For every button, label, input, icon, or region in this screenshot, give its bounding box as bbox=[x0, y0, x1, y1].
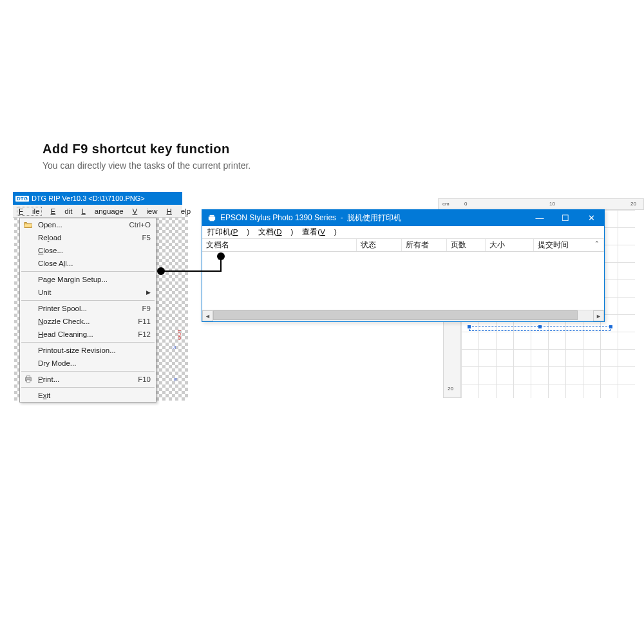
menu-item-open[interactable]: Open...Ctrl+O bbox=[20, 218, 156, 231]
selection-handle[interactable] bbox=[538, 325, 542, 328]
queue-menu-view[interactable]: 查看(V) bbox=[302, 227, 336, 237]
menu-separator bbox=[21, 271, 155, 272]
printer-queue-window: EPSON Stylus Photo 1390 Series - 脱机使用打印机… bbox=[202, 209, 605, 322]
svg-rect-5 bbox=[210, 218, 214, 220]
queue-titlebar[interactable]: EPSON Stylus Photo 1390 Series - 脱机使用打印机… bbox=[202, 210, 604, 226]
scroll-track[interactable] bbox=[213, 310, 593, 321]
col-submitted[interactable]: 提交时间⌃ bbox=[534, 239, 604, 251]
minimize-button[interactable]: ― bbox=[527, 210, 553, 226]
svg-rect-2 bbox=[26, 380, 30, 383]
app-title: DTG RIP Ver10.3 <D:\1\7100.PNG> bbox=[32, 194, 145, 202]
selection-handle[interactable] bbox=[609, 325, 612, 328]
menu-item-nozzle-check[interactable]: Nozzle Check...F11 bbox=[20, 315, 156, 328]
menu-edit[interactable]: Edit bbox=[51, 207, 73, 215]
page-title: Add F9 shortcut key function bbox=[43, 142, 251, 156]
svg-rect-4 bbox=[210, 214, 214, 216]
queue-scrollbar[interactable]: ◄ ► bbox=[202, 310, 604, 321]
maximize-button[interactable]: ☐ bbox=[553, 210, 578, 226]
printer-icon bbox=[207, 214, 216, 222]
submenu-arrow-icon: ▶ bbox=[146, 289, 151, 296]
menu-item-printer-spool[interactable]: Printer Spool...F9 bbox=[20, 302, 156, 315]
menu-help[interactable]: Help bbox=[167, 207, 191, 215]
queue-menu-document[interactable]: 文档(D) bbox=[258, 227, 293, 237]
app-icon: DTG bbox=[15, 196, 29, 202]
scroll-left-arrow[interactable]: ◄ bbox=[202, 310, 213, 321]
col-pages[interactable]: 页数 bbox=[447, 239, 486, 251]
page-subtitle: You can directly view the tasks of the c… bbox=[43, 160, 251, 171]
menu-separator bbox=[21, 300, 155, 301]
col-status[interactable]: 状态 bbox=[357, 239, 402, 251]
menu-separator bbox=[21, 342, 155, 343]
queue-columns-header: 文档名 状态 所有者 页数 大小 提交时间⌃ bbox=[202, 239, 604, 252]
svg-rect-1 bbox=[26, 376, 30, 378]
queue-menubar: 打印机(P) 文档(D) 查看(V) bbox=[202, 226, 604, 239]
connector-line bbox=[156, 252, 234, 290]
menu-view[interactable]: View bbox=[133, 207, 158, 215]
menu-item-head-cleaning[interactable]: Head Cleaning...F12 bbox=[20, 328, 156, 341]
menu-item-page-margin[interactable]: Page Margin Setup... bbox=[20, 273, 156, 286]
menu-language[interactable]: Language bbox=[81, 207, 123, 215]
ruler-horizontal: cm 0 10 20 bbox=[438, 198, 644, 210]
menu-separator bbox=[21, 387, 155, 388]
col-size[interactable]: 大小 bbox=[486, 239, 534, 251]
menu-file[interactable]: File bbox=[17, 207, 42, 216]
menu-item-printout-size[interactable]: Printout-size Revision... bbox=[20, 344, 156, 357]
menu-item-dry-mode[interactable]: Dry Mode... bbox=[20, 357, 156, 370]
menu-item-unit[interactable]: Unit▶ bbox=[20, 286, 156, 299]
col-owner[interactable]: 所有者 bbox=[402, 239, 447, 251]
menu-item-close-all[interactable]: Close All... bbox=[20, 257, 156, 270]
menu-item-reload[interactable]: ReloadF5 bbox=[20, 231, 156, 244]
queue-menu-printer[interactable]: 打印机(P) bbox=[207, 227, 249, 237]
menu-separator bbox=[21, 371, 155, 372]
file-menu-dropdown: Open...Ctrl+O ReloadF5 Close... Close Al… bbox=[19, 218, 156, 402]
printer-icon bbox=[24, 375, 33, 384]
queue-list-body[interactable] bbox=[202, 252, 604, 310]
menu-item-print[interactable]: Print...F10 bbox=[20, 373, 156, 386]
app-menubar: File Edit Language View Help bbox=[13, 205, 182, 218]
close-button[interactable]: ✕ bbox=[578, 210, 604, 226]
menu-item-exit[interactable]: Exit bbox=[20, 389, 156, 402]
scroll-right-arrow[interactable]: ► bbox=[593, 310, 604, 321]
menu-item-close[interactable]: Close... bbox=[20, 244, 156, 257]
col-doc-name[interactable]: 文档名 bbox=[202, 239, 357, 251]
queue-title: EPSON Stylus Photo 1390 Series - 脱机使用打印机 bbox=[220, 213, 401, 223]
selection-handle[interactable] bbox=[468, 325, 471, 328]
app-titlebar[interactable]: DTG DTG RIP Ver10.3 <D:\1\7100.PNG> bbox=[13, 192, 182, 205]
folder-open-icon bbox=[24, 220, 33, 229]
scroll-thumb[interactable] bbox=[213, 310, 578, 320]
